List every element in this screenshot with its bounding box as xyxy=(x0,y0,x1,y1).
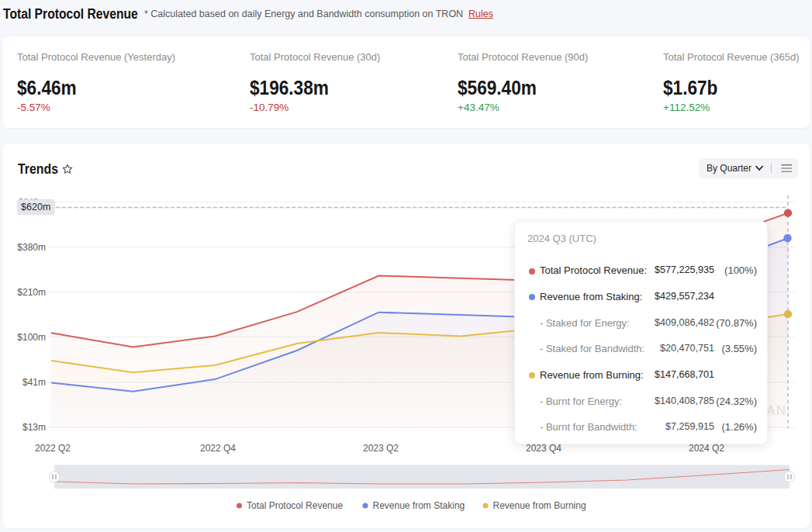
svg-text:$210m: $210m xyxy=(17,287,46,298)
svg-text:2022 Q4: 2022 Q4 xyxy=(200,443,236,454)
svg-text:Revenue from Burning: Revenue from Burning xyxy=(493,500,586,511)
svg-text:Total Protocol Revenue: Total Protocol Revenue xyxy=(247,500,343,511)
svg-text:$620m: $620m xyxy=(21,202,50,212)
svg-text:$380m: $380m xyxy=(17,242,46,253)
svg-text:2024 Q2: 2024 Q2 xyxy=(689,443,724,454)
svg-text:2023 Q4: 2023 Q4 xyxy=(526,443,561,454)
svg-text:2022 Q2: 2022 Q2 xyxy=(35,443,71,454)
svg-text:Revenue from Staking: Revenue from Staking xyxy=(373,500,465,511)
svg-text:$13m: $13m xyxy=(22,422,46,433)
svg-text:2023 Q2: 2023 Q2 xyxy=(363,443,399,454)
svg-text:$100m: $100m xyxy=(17,332,46,343)
svg-text:$41m: $41m xyxy=(22,377,46,388)
